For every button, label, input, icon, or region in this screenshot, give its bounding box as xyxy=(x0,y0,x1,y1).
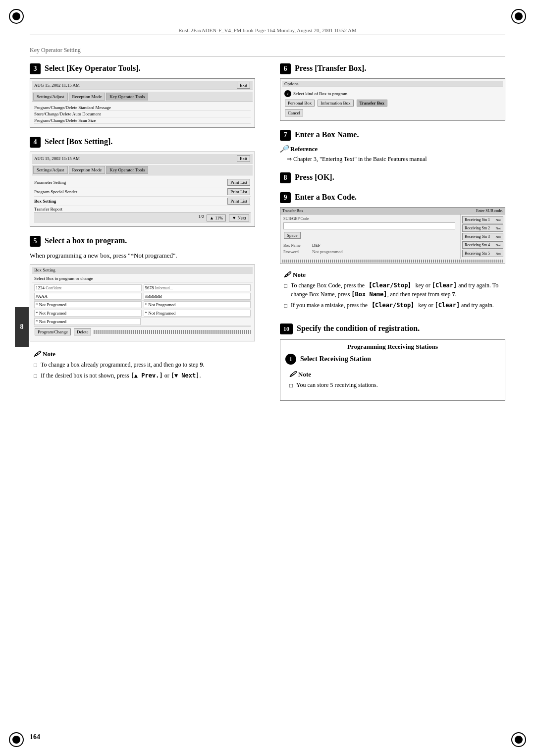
step4-header: 4 Select [Box Setting]. xyxy=(30,137,255,148)
program-change-btn[interactable]: Program/Change xyxy=(35,328,71,335)
note-label-1: Note xyxy=(43,350,55,358)
menu-item-scan-size: Program/Change/Delete Scan Size xyxy=(34,117,251,124)
file-info-text: RusC2FaxADEN-F_V4_FM.book Page 164 Monda… xyxy=(178,27,357,33)
page-number: 164 xyxy=(30,733,40,741)
corner-decoration-tl xyxy=(9,9,24,24)
step3-screen-tabs: Settings/Adjust Reception Mode Key Opera… xyxy=(32,92,253,102)
step9-title: Enter a Box Code. xyxy=(295,193,357,202)
prog-step1-number: 1 xyxy=(285,354,296,365)
box-not-prog-5[interactable]: * Not Programed xyxy=(34,318,141,325)
step6-header: 6 Press [Transfer Box]. xyxy=(280,63,505,74)
step6-screen: Options i Select kind of Box to program.… xyxy=(280,78,505,121)
step9-header: 9 Enter a Box Code. xyxy=(280,192,505,203)
personal-box-btn[interactable]: Personal Box xyxy=(285,100,315,107)
boxname-label: Box Name xyxy=(283,243,308,248)
box-not-prog-3[interactable]: * Not Programed xyxy=(34,310,142,317)
main-content: 3 Select [Key Operator Tools]. AUG 15, 2… xyxy=(30,54,505,726)
step4-pagination: 1/2 ▲ 11% ▼ Next xyxy=(34,213,251,223)
box-cell-1234[interactable]: 1234 Confident xyxy=(34,284,142,291)
transfer-box-btn[interactable]: Transfer Box xyxy=(357,100,387,107)
step6-cancel-row: Cancel xyxy=(284,109,501,117)
recv-btn-2[interactable]: Receiving Stn 2 Not xyxy=(462,224,503,232)
ref-icon: 🔎 xyxy=(280,145,288,153)
step4-tab-key-op[interactable]: Key Operator Tools xyxy=(106,166,148,174)
box-not-prog-2[interactable]: * Not Programed xyxy=(144,301,251,308)
step6-content: i Select kind of Box to program. Persona… xyxy=(282,89,503,118)
step5-content: 1234 Confident 5678 Informati... #AAA #B… xyxy=(32,282,253,339)
step5-body: When programming a new box, press "*Not … xyxy=(30,251,255,261)
information-box-btn[interactable]: Information Box xyxy=(318,100,353,107)
btn-print-list-1[interactable]: Print List xyxy=(227,179,250,186)
step5-btn-row: Program/Change Delete xyxy=(34,326,251,337)
btn-print-list-3[interactable]: Print List xyxy=(227,198,250,205)
ref-label: Reference xyxy=(290,145,318,153)
step5-subtitle: Select Box to program or change xyxy=(32,275,253,282)
step9-note-item-2: If you make a mistake, press the 【Clear/… xyxy=(284,301,501,310)
corner-decoration-br xyxy=(511,732,526,747)
two-column-layout: 3 Select [Key Operator Tools]. AUG 15, 2… xyxy=(30,54,505,405)
tab-settings-adjust[interactable]: Settings/Adjust xyxy=(33,93,68,101)
prog-note-item-1: You can store 5 receiving stations. xyxy=(289,380,496,389)
step3-timestamp: AUG 15, 2002 11:15 AM xyxy=(34,83,80,88)
step9-screen-right: Enter SUB code. xyxy=(476,209,503,213)
space-btn[interactable]: Space xyxy=(284,232,301,239)
step4-exit-btn[interactable]: Exit xyxy=(237,155,250,162)
menu-item-auto-doc: Store/Change/Delete Auto Document xyxy=(34,111,251,117)
step9-screen-header: Transfer Box Enter SUB code. xyxy=(280,208,505,215)
recv-btn-4[interactable]: Receiving Stn 4 Not xyxy=(462,241,503,249)
step3-screen-content: Program/Change/Delete Standard Message S… xyxy=(32,103,253,125)
step4-screen-tabs: Settings/Adjust Reception Mode Key Opera… xyxy=(32,165,253,175)
row-box-setting[interactable]: Box Setting Print List xyxy=(34,197,251,206)
delete-btn[interactable]: Delete xyxy=(74,328,91,335)
recv-btn-1[interactable]: Receiving Stn 1 Not xyxy=(462,216,503,223)
menu-item-standard-msg: Program/Change/Delete Standard Message xyxy=(34,105,251,111)
step3-exit-btn[interactable]: Exit xyxy=(237,82,250,89)
ref-header: 🔎 Reference xyxy=(280,145,505,153)
step9-note: 🖊 Note To change Box Code, press the 【Cl… xyxy=(280,268,505,315)
box-not-prog-4[interactable]: * Not Programed xyxy=(144,310,251,317)
prog-step1-header: 1 Select Receiving Station xyxy=(285,354,500,365)
prog-box-title: Programming Receiving Stations xyxy=(285,343,500,351)
corner-decoration-bl xyxy=(9,732,24,747)
box-cell-aaa[interactable]: #AAA xyxy=(34,293,142,300)
box-row-1: 1234 Confident 5678 Informati... xyxy=(34,284,251,292)
next-btn[interactable]: ▼ Next xyxy=(229,215,249,221)
file-info-bar: RusC2FaxADEN-F_V4_FM.book Page 164 Monda… xyxy=(30,27,505,35)
sub-gep-input[interactable] xyxy=(283,222,455,229)
box-not-prog-1[interactable]: * Not Programed xyxy=(34,301,142,308)
row-parameter-setting: Parameter Setting Print List xyxy=(34,178,251,187)
right-column: 6 Press [Transfer Box]. Options i Select… xyxy=(275,54,505,405)
step3-screen: AUG 15, 2002 11:15 AM Exit Settings/Adju… xyxy=(30,78,255,128)
prog-step1-title: Select Receiving Station xyxy=(300,355,371,363)
step6-box-btns: Personal Box Information Box Transfer Bo… xyxy=(284,99,501,107)
step3-number: 3 xyxy=(30,63,41,74)
step6-screen-title: Options xyxy=(284,81,299,86)
tab-reception-mode[interactable]: Reception Mode xyxy=(69,93,106,101)
step9-number: 9 xyxy=(280,192,291,203)
step5-note-item-1: To change a box already programmed, pres… xyxy=(34,360,251,369)
step4-tab-settings[interactable]: Settings/Adjust xyxy=(33,166,68,174)
sub-screen-progress xyxy=(282,260,503,263)
password-label: Password xyxy=(283,250,308,254)
step8-header: 8 Press [OK]. xyxy=(280,172,505,183)
step10-title: Specify the condition of registration. xyxy=(297,324,420,333)
field-space: Space xyxy=(283,231,455,239)
step9-recv-btns: Receiving Stn 1 Not Receiving Stn 2 Not … xyxy=(460,215,505,259)
step5-screen-topbar: Box Setting xyxy=(32,267,253,273)
step4-tab-reception[interactable]: Reception Mode xyxy=(69,166,106,174)
step6-cancel-btn[interactable]: Cancel xyxy=(285,109,303,116)
step9-note-header: 🖊 Note xyxy=(284,271,501,279)
step8-title: Press [OK]. xyxy=(295,173,334,182)
step9-fields: SUB/GEP Code Space Box Name DEF Passwor xyxy=(280,215,458,259)
recv-btn-5[interactable]: Receiving Stn 5 Not xyxy=(462,250,503,257)
recv-btn-3[interactable]: Receiving Stn 3 Not xyxy=(462,233,503,240)
row-program-special-sender: Program Special Sender Print List xyxy=(34,187,251,197)
box-cell-bbbbb[interactable]: #BBBBB xyxy=(144,293,251,300)
prev-btn[interactable]: ▲ 11% xyxy=(207,215,226,221)
tab-key-operator-tools[interactable]: Key Operator Tools xyxy=(106,93,148,101)
step4-timestamp: AUG 15, 2002 11:15 AM xyxy=(34,156,80,161)
box-cell-5678[interactable]: 5678 Informati... xyxy=(144,284,251,291)
btn-print-list-2[interactable]: Print List xyxy=(227,188,250,195)
box-row-5: * Not Programed xyxy=(34,318,251,326)
prog-step1-note: 🖊 Note You can store 5 receiving station… xyxy=(285,369,500,393)
